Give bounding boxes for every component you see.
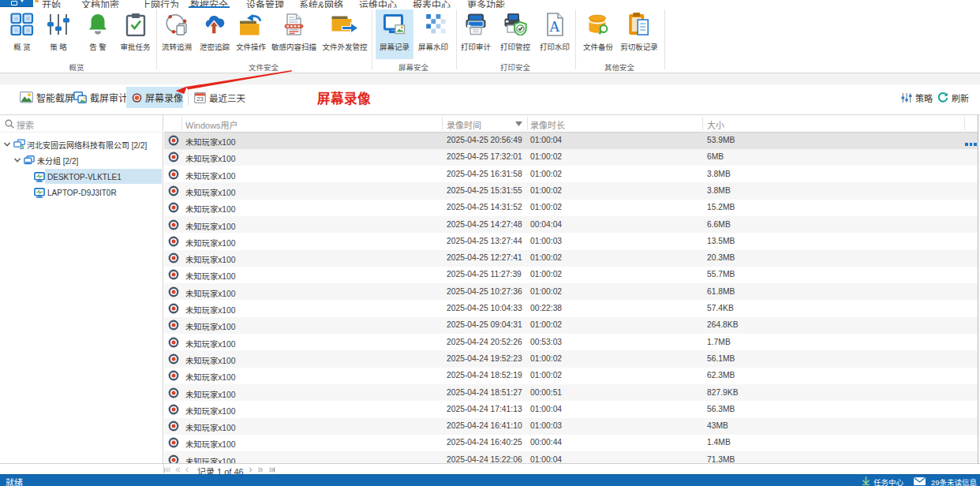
- svg-text:23: 23: [196, 95, 204, 103]
- svg-text:A: A: [549, 18, 560, 35]
